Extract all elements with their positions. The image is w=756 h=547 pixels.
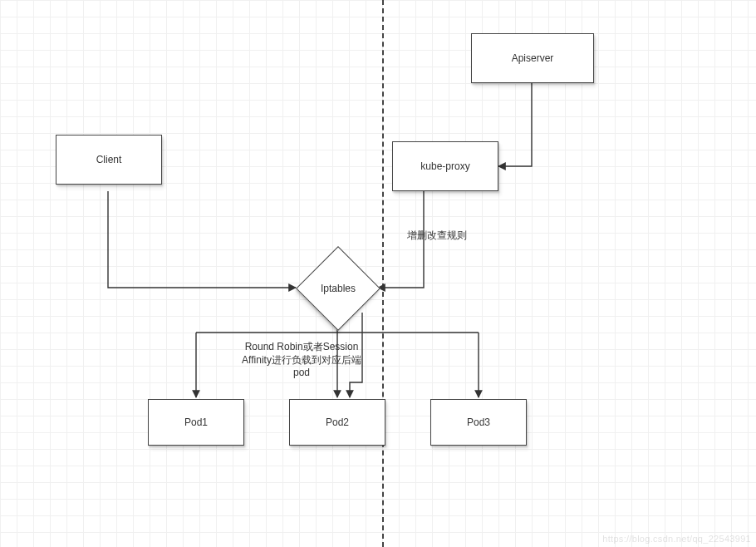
edge-apiserver-kubeproxy [498, 83, 532, 166]
edge-client-iptables [108, 191, 296, 288]
node-pod2: Pod2 [289, 399, 385, 446]
annotation-lb-strategy: Round Robin或者Session Affinity进行负载到对应后端 p… [231, 341, 372, 380]
divider-vertical-dashed [382, 0, 384, 547]
node-kubeproxy: kube-proxy [392, 141, 498, 191]
node-kubeproxy-label: kube-proxy [420, 160, 469, 172]
node-client-label: Client [96, 154, 122, 165]
node-pod3: Pod3 [430, 399, 527, 446]
node-iptables-label: Iptables [321, 283, 356, 294]
annotation-crud-rules: 增删改查规则 [395, 229, 479, 243]
edge-iptables-fan-left [196, 328, 337, 333]
edges-layer [0, 0, 756, 547]
node-client: Client [56, 135, 162, 185]
node-apiserver: Apiserver [471, 33, 594, 83]
node-apiserver-label: Apiserver [512, 52, 554, 64]
node-iptables: Iptables [296, 246, 380, 331]
diagram-canvas: Client Apiserver kube-proxy Iptables Pod… [0, 0, 756, 547]
node-pod1-label: Pod1 [184, 416, 208, 428]
node-pod2-label: Pod2 [326, 416, 349, 428]
node-pod3-label: Pod3 [467, 416, 490, 428]
node-pod1: Pod1 [148, 399, 244, 446]
watermark-text: https://blog.csdn.net/qq_22543991 [602, 534, 751, 544]
